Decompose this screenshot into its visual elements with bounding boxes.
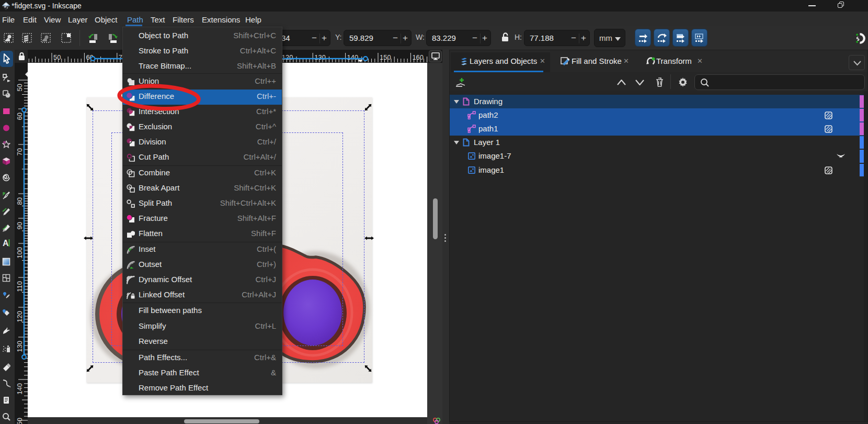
svg-text:A: A [3,239,9,248]
svg-text:90: 90 [16,222,24,229]
svg-text:60: 60 [16,113,24,120]
svg-text:50: 50 [53,53,61,61]
svg-text:80: 80 [16,197,24,205]
svg-text:150: 150 [380,53,391,61]
svg-text:120: 120 [16,311,24,322]
svg-text:110: 110 [16,281,24,292]
svg-text:160: 160 [412,53,424,61]
svg-text:130: 130 [16,341,24,352]
svg-text:140: 140 [347,53,359,61]
svg-text:140: 140 [16,383,24,395]
svg-text:70: 70 [16,148,24,155]
svg-text:130: 130 [314,53,326,61]
svg-text:150: 150 [16,418,24,424]
svg-text:50: 50 [16,84,24,91]
svg-text:100: 100 [16,247,24,259]
svg-text:120: 120 [282,53,293,61]
